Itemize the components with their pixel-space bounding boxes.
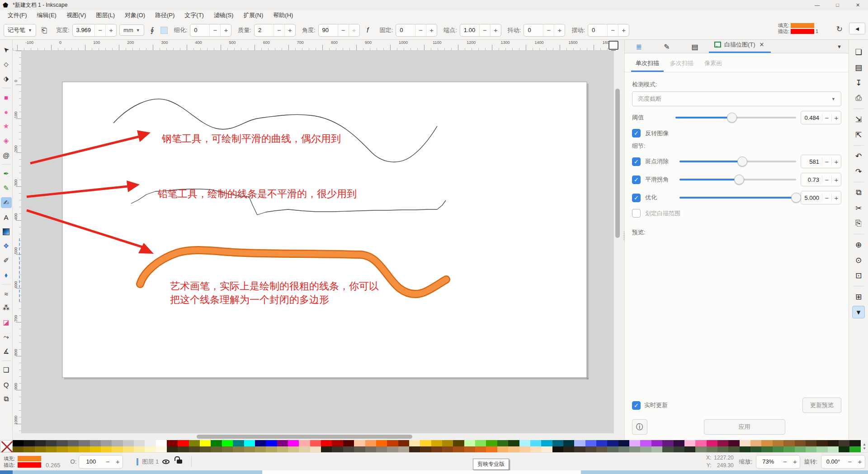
palette-swatch[interactable] [244, 440, 255, 446]
palette-swatch[interactable] [46, 446, 57, 453]
pen-tool[interactable]: ✒ [1, 168, 12, 179]
palette-swatch[interactable] [740, 446, 750, 453]
stroke-color-indicator[interactable] [18, 462, 41, 468]
palette-swatch[interactable] [112, 446, 123, 453]
palette-swatch[interactable] [563, 446, 574, 453]
optimize-decrease-button[interactable]: − [822, 194, 831, 202]
palette-swatch[interactable] [607, 446, 618, 453]
palette-swatch[interactable] [574, 440, 585, 446]
palette-swatch[interactable] [596, 446, 607, 453]
palette-swatch[interactable] [475, 440, 486, 446]
palette-swatch[interactable] [728, 440, 739, 446]
palette-swatch[interactable] [431, 446, 442, 453]
smooth-corners-decrease-button[interactable]: − [822, 176, 831, 184]
palette-swatch[interactable] [530, 440, 541, 446]
palette-swatch[interactable] [156, 446, 167, 453]
optimize-increase-button[interactable]: + [831, 194, 841, 202]
palette-swatch[interactable] [806, 446, 816, 453]
pages-tool[interactable]: ❏ [1, 365, 12, 375]
palette-swatch[interactable] [508, 446, 519, 453]
mass-increase-button[interactable]: + [284, 24, 295, 37]
palette-swatch[interactable] [795, 440, 806, 446]
ellipse-tool[interactable]: ● [1, 106, 12, 117]
palette-swatch[interactable] [464, 446, 475, 453]
box3d-tool[interactable]: ◈ [1, 135, 12, 146]
palette-swatch[interactable] [35, 446, 46, 453]
threshold-decrease-button[interactable]: − [822, 114, 831, 122]
unit-dropdown[interactable]: mm▼ [119, 24, 144, 36]
palette-swatch[interactable] [365, 446, 376, 453]
wiggle-spinbox[interactable]: 0 −+ [588, 24, 629, 37]
palette-swatch[interactable] [849, 446, 860, 453]
palette-swatch[interactable] [24, 440, 34, 446]
palette-swatch[interactable] [816, 446, 827, 453]
canvas[interactable]: 钢笔工具，可绘制平滑的曲线，偶尔用到 铅笔工具，绘制的线条是不平滑的，很少用到 … [22, 51, 614, 433]
menu-item[interactable]: 帮助(H) [268, 10, 298, 21]
palette-swatch[interactable] [57, 440, 67, 446]
threshold-increase-button[interactable]: + [831, 114, 841, 122]
palette-swatch[interactable] [486, 446, 497, 453]
menu-item[interactable]: 扩展(N) [238, 10, 268, 21]
palette-swatch[interactable] [266, 446, 277, 453]
spray-tool[interactable]: ⁂ [1, 303, 12, 313]
save-document-icon[interactable]: ↧ [852, 76, 865, 89]
palette-swatch[interactable] [189, 446, 200, 453]
zoom-tool[interactable]: Q [1, 379, 12, 390]
palette-swatch[interactable] [57, 446, 67, 453]
palette-swatch[interactable] [442, 446, 453, 453]
palette-swatch[interactable] [508, 440, 519, 446]
tremor-increase-button[interactable]: + [554, 24, 565, 37]
shape-builder-tool[interactable]: ⬗ [1, 73, 12, 84]
palette-swatch[interactable] [167, 440, 178, 446]
palette-swatch[interactable] [519, 446, 530, 453]
palette-swatch[interactable] [101, 446, 112, 453]
layer-unlock-icon[interactable] [177, 460, 182, 464]
palette-swatch[interactable] [552, 440, 563, 446]
no-color-swatch[interactable] [0, 440, 13, 452]
pencil-tool[interactable]: ✎ [1, 183, 12, 194]
palette-swatch[interactable] [662, 446, 673, 453]
fixation-spinbox[interactable]: 0 −+ [396, 24, 437, 37]
palette-swatch[interactable] [310, 446, 321, 453]
palette-swatch[interactable] [145, 446, 156, 453]
arrange-dialogs-icon[interactable]: ⊞ [852, 290, 865, 303]
palette-swatch[interactable] [717, 446, 728, 453]
palette-swatch[interactable] [409, 440, 420, 446]
palette-swatch[interactable] [332, 440, 343, 446]
update-preview-button[interactable]: 更新预览 [802, 398, 841, 413]
palette-swatch[interactable] [35, 440, 46, 446]
palette-swatch[interactable] [453, 446, 464, 453]
palette-swatch[interactable] [618, 446, 629, 453]
palette-swatch[interactable] [607, 440, 618, 446]
dropper-tool[interactable]: ✐ [1, 255, 12, 266]
palette-swatch[interactable] [288, 446, 299, 453]
rotation-increase-button[interactable]: + [855, 458, 865, 465]
angle-increase-button[interactable]: + [349, 24, 359, 37]
maximize-button[interactable]: □ [827, 0, 848, 10]
caps-increase-button[interactable]: + [490, 24, 501, 37]
dock-resize-handle[interactable]: ⋮⋮ [621, 232, 624, 250]
opacity-increase-button[interactable]: + [113, 458, 123, 465]
menu-item[interactable]: 视图(V) [61, 10, 91, 21]
trace-bitmap-tab[interactable]: 白描位图(T) ✕ [709, 39, 771, 53]
palette-swatch[interactable] [629, 446, 640, 453]
palette-swatch[interactable] [773, 446, 783, 453]
mesh-tool[interactable]: ❖ [1, 241, 12, 251]
cut-icon[interactable]: ✂ [852, 202, 865, 214]
opacity-spinbox[interactable]: 100 −+ [79, 455, 123, 469]
opacity-decrease-button[interactable]: − [103, 458, 113, 465]
palette-swatch[interactable] [541, 440, 552, 446]
palette-swatch[interactable] [761, 446, 772, 453]
speckles-slider[interactable] [679, 156, 796, 166]
palette-swatch[interactable] [46, 440, 57, 446]
palette-swatch[interactable] [816, 440, 827, 446]
palette-swatch[interactable] [376, 440, 387, 446]
menu-item[interactable]: 图层(L) [91, 10, 120, 21]
fixation-increase-button[interactable]: + [426, 24, 437, 37]
palette-swatch[interactable] [255, 440, 266, 446]
menu-item[interactable]: 对象(O) [120, 10, 150, 21]
palette-swatch[interactable] [464, 440, 475, 446]
palette-swatch[interactable] [750, 440, 761, 446]
speckles-spinbox[interactable]: 581 −+ [801, 155, 841, 168]
selector-tool[interactable]: ➤ [1, 44, 12, 55]
